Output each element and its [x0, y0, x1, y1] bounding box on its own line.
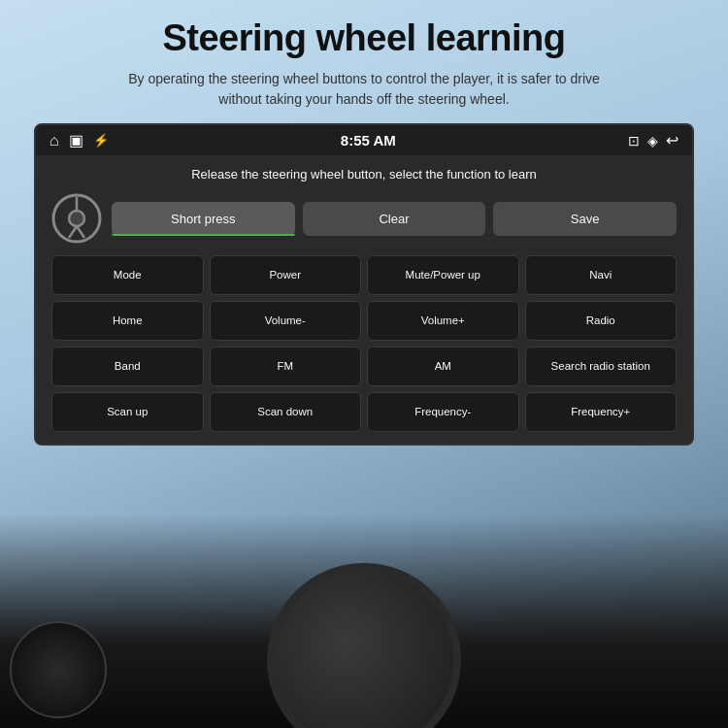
status-left-icons: ⌂ ▣ ⚡ [50, 131, 109, 149]
function-button[interactable]: Volume- [210, 301, 362, 341]
function-button[interactable]: Scan up [51, 392, 204, 432]
instruction-text: Release the steering wheel button, selec… [51, 167, 677, 182]
function-grid: ModePowerMute/Power upNaviHomeVolume-Vol… [51, 255, 677, 432]
function-button[interactable]: Mute/Power up [367, 255, 519, 295]
action-row: Short press Clear Save [51, 193, 677, 244]
svg-point-1 [69, 211, 84, 226]
location-icon[interactable]: ◈ [647, 133, 658, 149]
device-screen: ⌂ ▣ ⚡ 8:55 AM ⊡ ◈ ↩ Release the steering… [34, 123, 694, 446]
function-button[interactable]: Mode [51, 255, 204, 295]
short-press-button[interactable]: Short press [112, 202, 295, 236]
usb-icon[interactable]: ⚡ [93, 133, 109, 148]
function-button[interactable]: Scan down [210, 392, 362, 432]
function-button[interactable]: Frequency- [367, 392, 519, 432]
action-buttons: Short press Clear Save [112, 202, 677, 236]
speedometer [10, 621, 107, 718]
function-button[interactable]: Home [51, 301, 204, 341]
svg-line-3 [69, 226, 77, 238]
function-button[interactable]: FM [210, 347, 362, 386]
status-time: 8:55 AM [341, 132, 396, 149]
window-icon[interactable]: ▣ [69, 131, 83, 149]
main-content: Steering wheel learning By operating the… [0, 0, 728, 446]
status-bar: ⌂ ▣ ⚡ 8:55 AM ⊡ ◈ ↩ [36, 125, 692, 155]
main-panel: Release the steering wheel button, selec… [36, 155, 692, 444]
function-button[interactable]: Search radio station [525, 347, 678, 386]
function-button[interactable]: Power [210, 255, 362, 295]
cast-icon[interactable]: ⊡ [628, 133, 640, 149]
status-right-icons: ⊡ ◈ ↩ [628, 131, 678, 149]
save-button[interactable]: Save [493, 202, 677, 236]
home-icon[interactable]: ⌂ [50, 132, 59, 149]
page-subtitle: By operating the steering wheel buttons … [121, 69, 607, 110]
page-title: Steering wheel learning [162, 17, 565, 59]
function-button[interactable]: Volume+ [367, 301, 519, 341]
svg-line-4 [77, 226, 84, 238]
function-button[interactable]: Band [51, 347, 204, 386]
back-icon[interactable]: ↩ [666, 131, 678, 149]
function-button[interactable]: Radio [525, 301, 678, 341]
clear-button[interactable]: Clear [303, 202, 486, 236]
function-button[interactable]: Frequency+ [525, 392, 678, 432]
steering-wheel-icon [51, 193, 102, 244]
function-button[interactable]: AM [367, 347, 519, 386]
function-button[interactable]: Navi [525, 255, 678, 295]
